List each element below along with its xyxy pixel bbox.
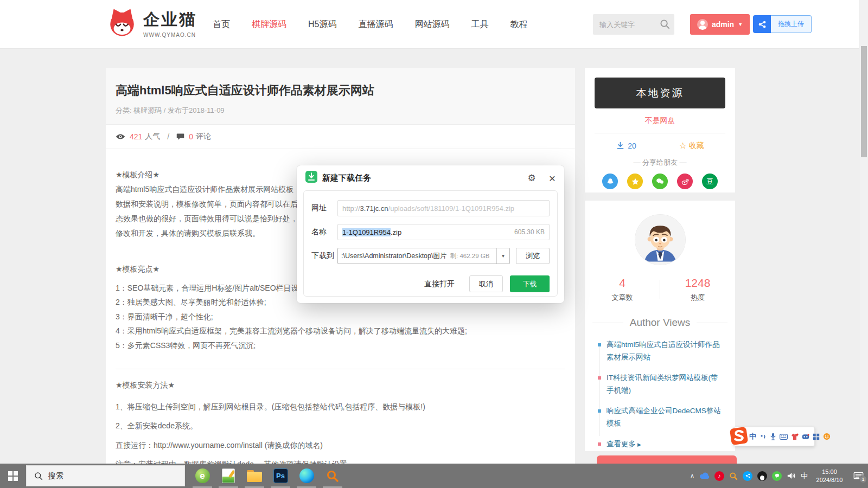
view-more-label: 查看更多 — [607, 440, 636, 448]
taskbar-app-browser360[interactable]: e — [189, 464, 215, 488]
paragraph: ★模板安装方法★ — [116, 376, 565, 395]
ime-festival-icon[interactable] — [823, 433, 831, 440]
paragraph: 1、将压缩包上传到空间，解压到网站根目录。(压缩包包括整站代码,包括程序、数据与… — [116, 397, 565, 417]
tray-cloud-icon[interactable] — [699, 472, 710, 479]
favorite-button[interactable]: ☆ 收藏 — [679, 140, 704, 151]
cancel-button[interactable]: 取消 — [469, 275, 503, 292]
taskbar-app-image-viewer[interactable] — [215, 464, 241, 488]
taskbar-app-file-explorer[interactable] — [241, 464, 267, 488]
heat-stat: 1248 热度 — [660, 277, 735, 303]
ime-keyboard-icon[interactable] — [780, 434, 788, 440]
share-qzone-icon[interactable] — [627, 174, 643, 189]
close-icon[interactable]: × — [549, 172, 556, 184]
local-resource-button[interactable]: 本地资源 — [595, 78, 725, 108]
taskbar-apps: e Ps — [189, 464, 346, 488]
list-item[interactable]: IT科技资讯新闻类织梦网站模板(带手机端) — [598, 371, 723, 396]
taskbar-app-edge[interactable] — [293, 464, 320, 488]
tray-ime-indicator[interactable]: 中 — [801, 471, 808, 481]
filename-field[interactable]: 1-1Q1091R954.zip 605.30 KB — [337, 224, 550, 240]
logo-subtitle: WWW.QYMAO.CN — [143, 32, 197, 38]
share-qq-icon[interactable] — [602, 174, 618, 189]
taskbar-app-photoshop[interactable]: Ps — [267, 464, 293, 488]
heat-label: 热度 — [660, 293, 735, 303]
orange-magnifier-icon — [326, 470, 339, 483]
download-app-icon — [305, 171, 317, 185]
ime-lang-toggle[interactable]: 中 — [749, 432, 756, 441]
share-douban-icon[interactable]: 豆 — [702, 174, 718, 189]
drag-upload-button[interactable]: 拖拽上传 — [753, 15, 812, 33]
nav-item-live[interactable]: 直播源码 — [358, 19, 393, 30]
scrollbar-thumb[interactable] — [861, 46, 867, 157]
ime-emoji-icon[interactable] — [802, 434, 809, 440]
share-wechat-icon[interactable] — [652, 174, 668, 189]
action-center-icon[interactable]: 1 — [853, 472, 864, 480]
nav-item-tools[interactable]: 工具 — [471, 19, 488, 30]
nav-item-qipai[interactable]: 棋牌源码 — [252, 19, 286, 30]
nav-item-website[interactable]: 网站源码 — [414, 19, 449, 30]
tray-qq-icon[interactable] — [757, 471, 767, 481]
main-nav: 首页 棋牌源码 H5源码 直播源码 网站源码 工具 教程 — [213, 0, 527, 49]
download-button[interactable]: 下载 — [510, 275, 550, 292]
download-favorite-row: 20 ☆ 收藏 — [595, 140, 725, 151]
list-item[interactable]: 高端html5响应式自适应设计师作品素材展示网站 — [598, 338, 723, 363]
site-header: 企业猫 WWW.QYMAO.CN 首页 棋牌源码 H5源码 直播源码 网站源码 … — [0, 0, 868, 49]
dialog-title: 新建下载任务 — [322, 173, 527, 183]
sogou-logo-icon[interactable] — [729, 426, 749, 448]
destination-dropdown-arrow[interactable]: ▼ — [496, 248, 509, 264]
page-scrollbar[interactable] — [859, 0, 868, 464]
ime-skin-icon[interactable] — [791, 433, 799, 440]
file-size: 605.30 KB — [514, 228, 545, 236]
tray-volume-icon[interactable] — [787, 472, 796, 480]
article-head: 高端html5响应式自适应设计师作品素材展示网站 分类: 棋牌源码 / 发布于2… — [106, 68, 575, 125]
author-card: 4 文章数 1248 热度 Author Views 高端html5响应式自适应… — [585, 201, 735, 451]
resource-card: 本地资源 不是网盘 20 ☆ 收藏 — 分享给朋友 — — [585, 68, 735, 192]
admin-button[interactable]: admin ▼ — [690, 14, 750, 35]
download-icon — [616, 141, 625, 150]
open-direct-button[interactable]: 直接打开 — [424, 279, 455, 289]
paragraph: 3：界面清晰干净，超个性化; — [116, 310, 565, 324]
site-logo[interactable]: 企业猫 WWW.QYMAO.CN — [106, 7, 197, 40]
sogou-ime-bar: 中 — [733, 427, 815, 446]
author-views-title: Author Views — [585, 317, 735, 329]
chevron-down-icon: ▼ — [738, 22, 743, 27]
ime-punctuation-icon[interactable] — [760, 433, 767, 440]
list-item[interactable]: 响应式高端企业公司DedeCMS整站模板 — [598, 404, 723, 429]
tray-magnifier-icon[interactable] — [729, 472, 738, 480]
search-icon[interactable] — [660, 19, 670, 31]
start-button[interactable] — [0, 464, 26, 488]
share-weibo-icon[interactable] — [677, 174, 693, 189]
nav-item-h5[interactable]: H5源码 — [308, 19, 336, 30]
tray-wechat-icon[interactable] — [772, 471, 782, 481]
stats-separator: / — [167, 132, 169, 141]
taskbar-clock[interactable]: 15:00 2024/8/10 — [813, 468, 846, 484]
tray-baidu-netdisk-icon[interactable] — [743, 471, 752, 481]
download-count: 20 — [616, 141, 636, 150]
gear-icon[interactable]: ⚙ — [527, 172, 535, 184]
ime-toolbox-icon[interactable] — [813, 433, 820, 440]
photoshop-icon: Ps — [273, 468, 288, 483]
taskbar-app-search-tool[interactable] — [320, 464, 346, 488]
browse-button[interactable]: 浏览 — [516, 248, 550, 264]
nav-item-home[interactable]: 首页 — [213, 19, 230, 30]
destination-label: 下载到 — [311, 251, 337, 261]
nav-item-tutorial[interactable]: 教程 — [510, 19, 527, 30]
url-field[interactable]: http://3.71jc.cn/uploads/soft/181109/1-1… — [337, 200, 550, 216]
filename-extension: .zip — [391, 228, 401, 236]
search-icon — [34, 472, 43, 480]
tray-expand-icon[interactable]: ∧ — [690, 472, 694, 479]
new-download-task-dialog: 新建下载任务 ⚙ × 网址 http://3.71jc.cn/uploads/s… — [297, 165, 564, 303]
page-title: 高端html5响应式自适应设计师作品素材展示网站 — [116, 82, 565, 99]
not-netdisk-label: 不是网盘 — [595, 116, 725, 126]
ime-mic-icon[interactable] — [770, 433, 776, 440]
view-more-link[interactable]: 查看更多▶ — [598, 438, 723, 451]
paragraph: 2、全新安装dede系统。 — [116, 416, 565, 436]
dialog-actions: 直接打开 取消 下载 — [311, 275, 550, 292]
clock-date: 2024/8/10 — [813, 476, 846, 484]
views-label: 人气 — [145, 132, 160, 142]
destination-field[interactable]: :\Users\Administrator\Desktop\图片 剩: 462.… — [337, 248, 510, 264]
sidebar-red-button[interactable] — [597, 455, 737, 464]
taskbar-search-box[interactable]: 搜索 — [26, 465, 185, 486]
avatar[interactable] — [635, 215, 685, 265]
share-row: 豆 — [595, 174, 725, 189]
tray-netease-music-icon[interactable]: ♪ — [714, 471, 724, 481]
